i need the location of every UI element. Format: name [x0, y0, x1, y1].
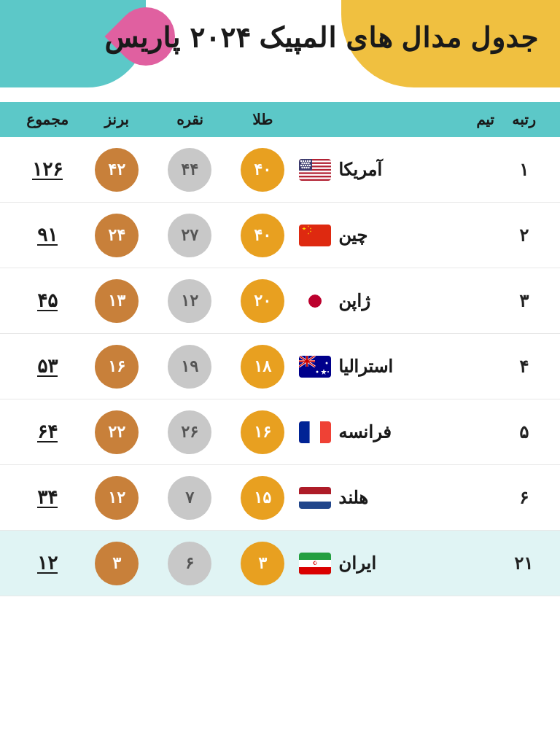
gold-circle: ۱۵ — [241, 476, 284, 520]
gold-circle: ۲۰ — [241, 279, 284, 323]
flag-icon: ☪ — [299, 553, 331, 574]
flag-icon — [299, 290, 331, 312]
bronze-cell: ۱۲ — [80, 476, 153, 520]
svg-text:☪: ☪ — [313, 561, 318, 566]
svg-point-14 — [303, 162, 305, 163]
silver-circle: ۲۷ — [168, 214, 211, 257]
svg-point-23 — [303, 166, 305, 168]
team-cell: فرانسه — [299, 421, 502, 443]
svg-point-21 — [309, 164, 311, 165]
bronze-cell: ۱۶ — [80, 345, 153, 389]
silver-cell: ۱۲ — [153, 279, 226, 323]
table-row: ۵ فرانسه ۱۶ ۲۶ ۲۲ ۶۴ — [0, 399, 560, 465]
silver-cell: ۱۹ — [153, 345, 226, 389]
silver-circle: ۱۹ — [168, 345, 211, 389]
bronze-circle: ۱۳ — [95, 279, 139, 323]
svg-point-20 — [307, 164, 308, 165]
svg-point-22 — [301, 166, 303, 168]
bronze-circle: ۱۶ — [95, 345, 139, 389]
svg-point-16 — [308, 162, 309, 163]
svg-rect-50 — [299, 421, 310, 443]
gold-circle: ۴۰ — [241, 214, 284, 257]
col-team-header: تیم — [299, 111, 502, 128]
total-cell: ۴۵ — [15, 289, 80, 312]
svg-point-47 — [327, 371, 329, 373]
flag-icon — [299, 225, 331, 246]
total-cell: ۵۳ — [15, 355, 80, 378]
total-cell: ۱۲۶ — [15, 158, 80, 181]
rank-cell: ۱ — [502, 160, 545, 180]
table-row: ۶ هلند ۱۵ ۷ ۱۲ ۳۴ — [0, 465, 560, 531]
bronze-circle: ۳ — [95, 542, 139, 585]
team-name: ژاپن — [338, 291, 370, 311]
svg-point-8 — [300, 160, 302, 161]
team-cell: هلند — [299, 487, 502, 509]
gold-cell: ۳ — [226, 542, 299, 585]
col-silver-header: نقره — [153, 111, 226, 128]
team-name: هلند — [338, 488, 368, 508]
silver-circle: ۷ — [168, 476, 211, 520]
gold-circle: ۴۰ — [241, 148, 284, 192]
bronze-cell: ۳ — [80, 542, 153, 585]
bronze-circle: ۱۲ — [95, 476, 139, 520]
page-title: جدول مدال های المپیک ۲۰۲۴ پاریس — [0, 0, 560, 69]
team-cell: چین — [299, 225, 502, 246]
rank-cell: ۲ — [502, 225, 545, 246]
gold-cell: ۱۵ — [226, 476, 299, 520]
bronze-circle: ۴۲ — [95, 148, 139, 192]
svg-point-10 — [305, 160, 306, 161]
bronze-cell: ۲۴ — [80, 214, 153, 257]
svg-point-13 — [301, 162, 303, 163]
svg-point-24 — [306, 166, 307, 168]
bronze-cell: ۴۲ — [80, 148, 153, 192]
svg-point-12 — [309, 160, 311, 161]
team-name: استرالیا — [338, 356, 393, 377]
svg-point-11 — [307, 160, 308, 161]
rank-cell: ۵ — [502, 422, 545, 442]
col-gold-header: طلا — [226, 111, 299, 128]
rank-cell: ۴ — [502, 356, 545, 377]
svg-rect-56 — [299, 567, 331, 574]
col-bronze-header: برنز — [80, 111, 153, 128]
svg-point-33 — [308, 295, 322, 308]
silver-circle: ۲۶ — [168, 410, 211, 454]
silver-cell: ۷ — [153, 476, 226, 520]
flag-icon — [299, 421, 331, 443]
silver-cell: ۲۷ — [153, 214, 226, 257]
header-section: جدول مدال های المپیک ۲۰۲۴ پاریس — [0, 0, 560, 102]
team-cell: ژاپن — [299, 290, 502, 312]
bronze-circle: ۲۲ — [95, 410, 139, 454]
team-name: ایران — [338, 553, 376, 574]
svg-point-19 — [305, 164, 306, 165]
svg-point-45 — [316, 370, 319, 373]
svg-rect-4 — [299, 171, 331, 172]
table-row: ۱ آمریکا — [0, 137, 560, 203]
svg-rect-5 — [299, 173, 331, 175]
table-row: ۴ استرالیا ۱۸ — [0, 334, 560, 399]
team-cell: ایران ☪ — [299, 553, 502, 574]
team-name: فرانسه — [338, 422, 391, 442]
gold-cell: ۱۶ — [226, 410, 299, 454]
gold-circle: ۳ — [241, 542, 284, 585]
table-row: ۲۱ ایران ☪ ۳ ۶ ۳ ۱۲ — [0, 531, 560, 596]
gold-circle: ۱۸ — [241, 345, 284, 389]
flag-icon — [299, 356, 331, 378]
col-total-header: مجموع — [15, 111, 80, 128]
total-cell: ۱۲ — [15, 552, 80, 574]
silver-cell: ۶ — [153, 542, 226, 585]
gold-cell: ۴۰ — [226, 148, 299, 192]
table-row: ۳ ژاپن ۲۰ ۱۲ ۱۳ ۴۵ — [0, 268, 560, 334]
team-cell: آمریکا — [299, 159, 502, 181]
table-row: ۲ چین ۴۰ ۲۷ ۲۴ ۹۱ — [0, 203, 560, 268]
silver-circle: ۱۲ — [168, 279, 211, 323]
svg-point-25 — [308, 166, 309, 168]
flag-icon — [299, 159, 331, 181]
total-cell: ۶۴ — [15, 421, 80, 443]
gold-cell: ۱۸ — [226, 345, 299, 389]
gold-cell: ۲۰ — [226, 279, 299, 323]
silver-circle: ۶ — [168, 542, 211, 585]
team-cell: استرالیا — [299, 356, 502, 378]
rank-cell: ۲۱ — [502, 553, 545, 574]
total-cell: ۹۱ — [15, 224, 80, 246]
silver-cell: ۲۶ — [153, 410, 226, 454]
